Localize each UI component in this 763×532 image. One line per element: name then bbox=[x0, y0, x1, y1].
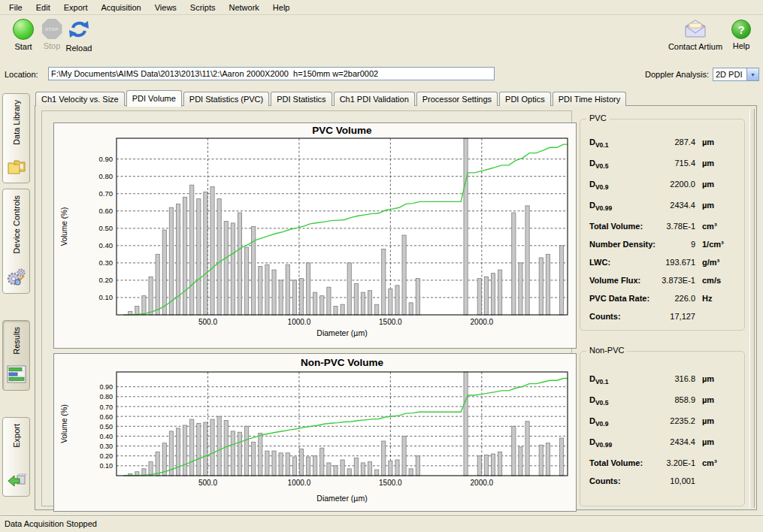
contact-artium-label: Contact Artium bbox=[668, 42, 722, 51]
export-arrow-icon bbox=[7, 471, 26, 491]
tab-pdi-optics[interactable]: PDI Optics bbox=[499, 92, 551, 106]
menu-item-help[interactable]: Help bbox=[266, 2, 297, 14]
status-bar: Data Acquisition Stopped bbox=[0, 515, 763, 532]
pdi-volume-tab-page: 0.100.200.300.400.500.600.700.800.90500.… bbox=[35, 105, 757, 510]
stat-row-volume-flux: Volume Flux:3.873E-1cm/s bbox=[589, 276, 735, 289]
location-label: Location: bbox=[5, 70, 38, 79]
tab-ch1-velocity-vs-size[interactable]: Ch1 Velocity vs. Size bbox=[35, 92, 125, 106]
menu-item-edit[interactable]: Edit bbox=[29, 2, 57, 14]
sidebar-label-export: Export bbox=[12, 424, 21, 448]
sidebar-item-export[interactable]: Export bbox=[2, 417, 30, 497]
svg-text:Non-PVC Volume: Non-PVC Volume bbox=[301, 357, 383, 368]
status-text: Data Acquisition Stopped bbox=[5, 519, 97, 528]
help-button[interactable]: ? Help bbox=[726, 19, 756, 50]
stat-row-dv0-1: DV0.1287.4µm bbox=[589, 138, 735, 151]
pvc-group-title: PVC bbox=[586, 113, 610, 122]
pvc-volume-chart: 0.100.200.300.400.500.600.700.800.90500.… bbox=[54, 123, 576, 348]
svg-text:0.40: 0.40 bbox=[99, 433, 113, 440]
sidebar-item-data-library[interactable]: Data Library bbox=[2, 93, 30, 183]
help-button-label: Help bbox=[733, 41, 750, 50]
stat-row-dv0-99: DV0.992434.4µm bbox=[589, 437, 735, 451]
svg-text:0.80: 0.80 bbox=[99, 393, 113, 401]
svg-text:0.10: 0.10 bbox=[99, 462, 113, 470]
menu-item-views[interactable]: Views bbox=[148, 2, 183, 14]
nonpvc-volume-chart: 0.100.200.300.400.500.600.700.800.90500.… bbox=[54, 354, 576, 511]
svg-text:1000.0: 1000.0 bbox=[288, 318, 311, 326]
stat-row-counts: Counts:17,127 bbox=[589, 312, 735, 325]
doppler-analysis-select[interactable]: 2D PDI ▼ bbox=[713, 68, 759, 81]
svg-text:0.30: 0.30 bbox=[99, 443, 113, 450]
svg-text:0.80: 0.80 bbox=[99, 172, 114, 180]
stat-row-number-density: Number Density:91/cm³ bbox=[589, 240, 735, 253]
folders-icon bbox=[7, 158, 26, 177]
tab-ch1-pdi-validation[interactable]: Ch1 PDI Validation bbox=[334, 92, 415, 106]
svg-text:2000.0: 2000.0 bbox=[471, 318, 494, 326]
doppler-analysis-label: Doppler Analysis: bbox=[645, 70, 709, 79]
tab-pdi-statistics-pvc[interactable]: PDI Statistics (PVC) bbox=[183, 92, 269, 106]
location-input[interactable] bbox=[48, 67, 495, 80]
sidebar-item-device-controls[interactable]: Device Controls bbox=[2, 189, 30, 294]
svg-text:0.90: 0.90 bbox=[99, 383, 113, 391]
stat-row-lwc: LWC:193.671g/m³ bbox=[589, 258, 735, 271]
svg-text:0.70: 0.70 bbox=[99, 189, 114, 198]
stat-row-dv0-5: DV0.5715.4µm bbox=[589, 159, 735, 172]
svg-text:2000.0: 2000.0 bbox=[471, 479, 494, 487]
svg-text:Diameter (µm): Diameter (µm) bbox=[316, 494, 367, 503]
svg-text:0.90: 0.90 bbox=[99, 155, 114, 163]
svg-text:0.70: 0.70 bbox=[99, 404, 113, 411]
menu-item-export[interactable]: Export bbox=[57, 2, 95, 14]
menu-item-file[interactable]: File bbox=[2, 2, 29, 14]
tab-pdi-time-history[interactable]: PDI Time History bbox=[553, 92, 627, 106]
stat-row-total-volume: Total Volume:3.78E-1cm³ bbox=[589, 222, 735, 235]
tab-pdi-statistics[interactable]: PDI Statistics bbox=[271, 92, 332, 106]
svg-text:0.60: 0.60 bbox=[99, 207, 114, 215]
nonpvc-volume-chart-box: 0.100.200.300.400.500.600.700.800.90500.… bbox=[53, 353, 577, 512]
menu-bar: FileEditExportAcquisitionViewsScriptsNet… bbox=[0, 0, 763, 15]
start-icon bbox=[13, 19, 34, 40]
reload-button-label: Reload bbox=[66, 44, 92, 53]
svg-text:0.40: 0.40 bbox=[99, 241, 114, 249]
svg-text:500.0: 500.0 bbox=[198, 318, 217, 326]
stat-row-dv0-99: DV0.992434.4µm bbox=[589, 201, 735, 214]
contact-artium-button[interactable]: Contact Artium bbox=[663, 19, 728, 51]
doppler-analysis-value: 2D PDI bbox=[713, 70, 746, 79]
svg-text:1500.0: 1500.0 bbox=[379, 318, 402, 326]
nonpvc-group-title: Non-PVC bbox=[586, 346, 627, 355]
menu-item-network[interactable]: Network bbox=[222, 2, 265, 14]
sidebar-label-results: Results bbox=[12, 327, 21, 355]
stat-row-dv0-9: DV0.92200.0µm bbox=[589, 180, 735, 193]
svg-text:0.20: 0.20 bbox=[99, 276, 114, 284]
panel-splitter[interactable] bbox=[749, 109, 755, 508]
dropdown-arrow-icon: ▼ bbox=[746, 68, 758, 80]
charts-panel: 0.100.200.300.400.500.600.700.800.90500.… bbox=[41, 110, 572, 506]
nonpvc-stats-group: Non-PVC DV0.1316.8µmDV0.5858.9µmDV0.9223… bbox=[580, 351, 745, 506]
start-button-label: Start bbox=[14, 42, 32, 51]
pvc-stats-group: PVC DV0.1287.4µmDV0.5715.4µmDV0.92200.0µ… bbox=[580, 119, 745, 331]
stat-row-counts: Counts:10,001 bbox=[589, 476, 735, 490]
svg-text:Diameter (µm): Diameter (µm) bbox=[316, 328, 367, 337]
svg-text:0.10: 0.10 bbox=[99, 293, 114, 301]
reload-button[interactable]: Reload bbox=[62, 19, 96, 53]
bar-chart-icon bbox=[7, 365, 26, 385]
svg-text:500.0: 500.0 bbox=[198, 479, 217, 487]
gears-icon bbox=[7, 267, 26, 288]
app-window: { "menu": { "items": ["File","Edit","Exp… bbox=[0, 0, 763, 532]
tab-processor-settings[interactable]: Processor Settings bbox=[416, 92, 498, 106]
sidebar-item-results[interactable]: Results bbox=[2, 320, 30, 391]
pvc-volume-chart-box: 0.100.200.300.400.500.600.700.800.90500.… bbox=[53, 122, 577, 349]
svg-text:0.50: 0.50 bbox=[99, 224, 114, 232]
stop-button-label: Stop bbox=[44, 41, 61, 50]
stop-icon: STOP bbox=[42, 19, 62, 39]
stat-row-dv0-5: DV0.5858.9µm bbox=[589, 395, 735, 409]
svg-text:0.60: 0.60 bbox=[99, 413, 113, 421]
svg-text:0.50: 0.50 bbox=[99, 423, 113, 431]
menu-item-scripts[interactable]: Scripts bbox=[183, 2, 223, 14]
menu-item-acquisition[interactable]: Acquisition bbox=[95, 2, 148, 14]
tab-pdi-volume[interactable]: PDI Volume bbox=[126, 90, 182, 107]
svg-text:0.30: 0.30 bbox=[99, 258, 114, 267]
svg-text:PVC Volume: PVC Volume bbox=[312, 125, 372, 136]
stat-row-dv0-9: DV0.92235.2µm bbox=[589, 416, 735, 430]
envelope-icon bbox=[683, 19, 708, 40]
stat-row-dv0-1: DV0.1316.8µm bbox=[589, 374, 735, 388]
sidebar-label-device-controls: Device Controls bbox=[12, 195, 21, 254]
